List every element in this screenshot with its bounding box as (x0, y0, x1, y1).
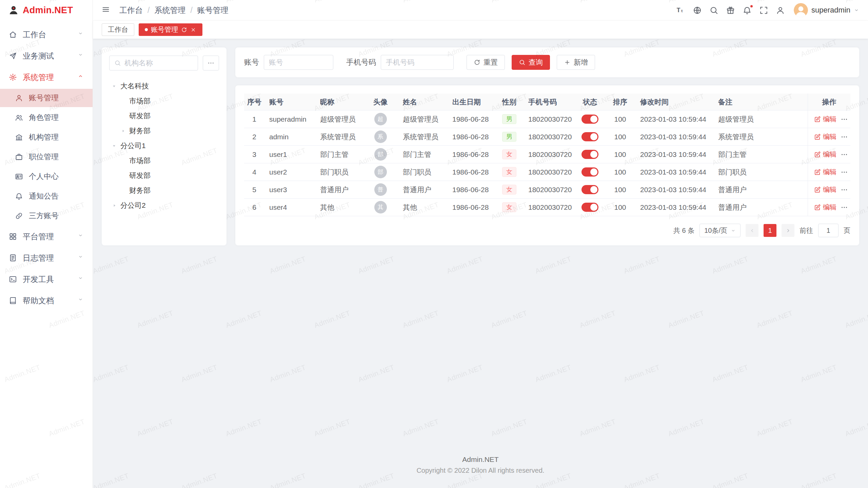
goto-page-input[interactable] (818, 224, 838, 237)
tree-node[interactable]: 分公司1 (109, 138, 219, 153)
tree-node[interactable]: 分公司2 (109, 198, 219, 213)
gender-badge: 女 (502, 167, 516, 177)
edit-button[interactable]: 编辑 (814, 115, 836, 124)
sidebar-subitem[interactable]: 个人中心 (0, 167, 93, 186)
book-icon (9, 297, 17, 305)
filter-panel: 账号 手机号码 (235, 47, 859, 77)
sidebar-subitem[interactable]: 职位管理 (0, 148, 93, 166)
tab-1[interactable]: 账号管理 (139, 23, 202, 36)
person-icon[interactable] (776, 6, 785, 15)
gender-badge: 女 (502, 202, 516, 212)
edit-button[interactable]: 编辑 (814, 167, 836, 177)
terminal-icon (9, 275, 17, 283)
tree-search-row (109, 56, 219, 70)
cell-birthdate: 1986-06-28 (448, 110, 495, 128)
tree-node[interactable]: 市场部 (109, 94, 219, 108)
sidebar-item[interactable]: 平台管理 (0, 227, 93, 246)
row-more-button[interactable] (841, 168, 848, 176)
status-toggle[interactable] (581, 115, 598, 124)
page-number-button[interactable]: 1 (764, 224, 776, 237)
tree-node[interactable]: 财务部 (109, 183, 219, 198)
app-root: Admin.NET 工作台业务测试系统管理账号管理角色管理机构管理职位管理个人中… (0, 0, 868, 488)
text-size-icon[interactable]: Tt (676, 6, 685, 15)
avatar: 超 (374, 113, 387, 125)
edit-button[interactable]: 编辑 (814, 132, 836, 141)
cell-avatar: 其 (363, 199, 398, 216)
chevron-down-icon (78, 297, 86, 305)
reset-button[interactable]: 重置 (467, 55, 505, 70)
breadcrumb-item[interactable]: 系统管理 (154, 5, 197, 16)
tree-more-button[interactable] (203, 56, 219, 70)
column-header: 账号 (264, 94, 315, 110)
cell-name: 部门主管 (398, 146, 448, 163)
edit-button[interactable]: 编辑 (814, 185, 836, 194)
phone-input[interactable] (386, 58, 449, 66)
prev-page-button[interactable] (746, 224, 758, 237)
sidebar-item[interactable]: 日志管理 (0, 248, 93, 268)
hamburger-menu-icon[interactable] (102, 5, 111, 15)
org-search-input[interactable] (124, 59, 193, 67)
sidebar-item[interactable]: 帮助文档 (0, 291, 93, 310)
more-icon (841, 133, 848, 141)
svg-text:T: T (677, 7, 680, 14)
cell-actions: 编辑 (808, 128, 850, 145)
breadcrumb-item[interactable]: 工作台 (119, 5, 154, 16)
tree-node[interactable]: 研发部 (109, 168, 219, 183)
cell-nickname: 普通用户 (315, 181, 363, 198)
sidebar-item[interactable]: 工作台 (0, 25, 93, 44)
tree-node[interactable]: 财务部 (109, 123, 219, 138)
sidebar-item[interactable]: 业务测试 (0, 46, 93, 66)
sidebar-item[interactable]: 系统管理 (0, 67, 93, 87)
search-icon[interactable] (709, 6, 718, 15)
tab-0[interactable]: 工作台 (102, 23, 134, 36)
gift-icon[interactable] (726, 6, 735, 15)
cell-account: user4 (264, 199, 315, 216)
table-row: 2admin系统管理员系系统管理员1986-06-28男180200307201… (244, 128, 850, 146)
sidebar-subitem[interactable]: 角色管理 (0, 108, 93, 127)
tree-node[interactable]: 大名科技 (109, 79, 219, 94)
status-toggle[interactable] (581, 132, 598, 141)
cell-account: user2 (264, 163, 315, 181)
row-more-button[interactable] (841, 151, 848, 158)
tree-node[interactable]: 市场部 (109, 153, 219, 168)
users-icon (15, 114, 23, 122)
pagination-total: 共 6 条 (673, 226, 694, 235)
breadcrumb-item: 账号管理 (197, 5, 229, 16)
tree-node[interactable]: 研发部 (109, 108, 219, 123)
row-more-button[interactable] (841, 204, 848, 211)
cell-avatar: 系 (363, 128, 398, 145)
row-more-button[interactable] (841, 186, 848, 194)
edit-button[interactable]: 编辑 (814, 150, 836, 159)
search-button[interactable]: 查询 (512, 55, 550, 70)
page-size-select[interactable]: 10条/页 (699, 224, 741, 237)
sidebar-subitem[interactable]: 机构管理 (0, 128, 93, 146)
column-header: 出生日期 (448, 94, 495, 110)
bell-icon[interactable] (743, 6, 752, 15)
status-toggle[interactable] (581, 167, 598, 177)
edit-button[interactable]: 编辑 (814, 203, 836, 212)
status-toggle[interactable] (581, 203, 598, 212)
sidebar-menu: 工作台业务测试系统管理账号管理角色管理机构管理职位管理个人中心通知公告三方账号平… (0, 20, 93, 312)
next-page-button[interactable] (782, 224, 794, 237)
cell-actions: 编辑 (808, 163, 850, 181)
sidebar-item[interactable]: 开发工具 (0, 269, 93, 289)
cell-actions: 编辑 (808, 146, 850, 163)
account-input[interactable] (269, 58, 328, 66)
sidebar-subitem[interactable]: 通知公告 (0, 187, 93, 205)
status-toggle[interactable] (581, 150, 598, 159)
fullscreen-icon[interactable] (759, 6, 768, 15)
sidebar-subitem[interactable]: 账号管理 (0, 89, 93, 107)
add-button[interactable]: 新增 (557, 55, 595, 70)
column-header: 性别 (495, 94, 524, 110)
chevron-right-icon (785, 228, 791, 233)
row-more-button[interactable] (841, 133, 848, 141)
cell-gender: 男 (495, 110, 524, 128)
status-toggle[interactable] (581, 185, 598, 194)
user-menu[interactable]: superadmin (794, 3, 859, 17)
cell-avatar: 部 (363, 146, 398, 163)
sidebar-subitem[interactable]: 三方账号 (0, 207, 93, 225)
cell-modified: 2023-01-03 10:59:44 (635, 146, 713, 163)
globe-icon[interactable] (693, 6, 702, 15)
idcard-icon (15, 172, 23, 181)
row-more-button[interactable] (841, 116, 848, 123)
